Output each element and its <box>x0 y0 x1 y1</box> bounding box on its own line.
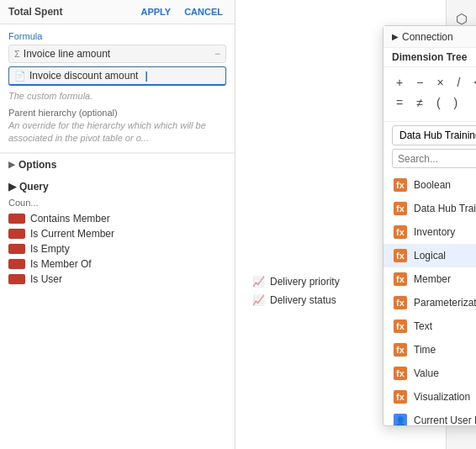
list-item-logical-left: fx Logical <box>394 249 446 262</box>
options-toggle[interactable]: ▶ Options <box>8 159 226 171</box>
formula-item-dash-1: − <box>214 48 220 60</box>
list-item-parameterization-icon: fx <box>394 296 407 309</box>
list-item-member-icon: fx <box>394 272 407 286</box>
operators-row-1: + − × / < > ≤ ≥ <box>394 74 476 91</box>
header-actions: APPLY CANCEL <box>137 5 226 18</box>
list-item-member[interactable]: fx Member › <box>383 267 476 291</box>
formula-cursor: | <box>145 70 147 82</box>
query-item-color-5 <box>8 274 25 284</box>
query-count-label: Coun... <box>8 198 226 208</box>
query-chevron: ▶ <box>8 181 16 193</box>
formula-icon-1: Σ <box>14 49 20 59</box>
list-item-member-left: fx Member <box>394 272 451 286</box>
formula-label: Formula <box>8 31 226 41</box>
query-item-is-member-of[interactable]: Is Member Of <box>8 256 226 272</box>
query-item-color-3 <box>8 244 25 254</box>
list-item-current-user-label: Current User Member <box>414 415 476 425</box>
list-item-parameterization[interactable]: fx Parameterization › <box>383 291 476 314</box>
query-item-is-user[interactable]: Is User <box>8 272 226 287</box>
query-label: Query <box>19 181 49 193</box>
list-item-value-left: fx Value <box>394 367 439 380</box>
formula-hint: The custom formula. <box>8 89 226 103</box>
list-item-visualization-icon: fx <box>394 390 407 404</box>
search-input[interactable] <box>398 153 476 165</box>
list-item-time[interactable]: fx Time › <box>383 338 476 362</box>
list-item-logical-label: Logical <box>414 250 446 261</box>
formula-popup: ▶ Connection ⊘ ↻ Dimension Tree + − × / … <box>383 25 476 426</box>
query-item-label-3: Is Empty <box>30 243 70 255</box>
list-item-value[interactable]: fx Value › <box>383 362 476 385</box>
op-divide[interactable]: / <box>455 74 463 91</box>
list-item-parameterization-label: Parameterization <box>414 297 476 309</box>
list-item-visualization-left: fx Visualization <box>394 390 470 404</box>
panel-title: Total Spent <box>8 6 62 18</box>
formula-item-1[interactable]: Σ Invoice line amount − <box>8 45 226 63</box>
list-item-text[interactable]: fx Text › <box>383 314 476 338</box>
list-item-data-hub-left: fx Data Hub Training <box>394 202 476 215</box>
list-item-inventory-left: fx Inventory <box>394 225 455 239</box>
list-item-visualization-label: Visualization <box>414 391 470 403</box>
query-item-contains-member[interactable]: Contains Member <box>8 211 226 226</box>
list-item-logical[interactable]: fx Logical › <box>383 244 476 267</box>
list-item-text-label: Text <box>414 320 432 332</box>
delivery-priority-icon: 📈 <box>252 276 265 288</box>
search-row: 🔍 <box>392 149 476 168</box>
datasource-section: Data Hub Training 🔍 <box>383 122 476 173</box>
list-item-inventory[interactable]: fx Inventory › <box>383 220 476 244</box>
query-item-color-1 <box>8 214 25 224</box>
formula-section: Formula Σ Invoice line amount − 📄 Invoic… <box>0 24 235 153</box>
list-item-text-icon: fx <box>394 320 407 333</box>
list-item-data-hub-icon: fx <box>394 202 407 215</box>
op-multiply[interactable]: × <box>434 74 446 91</box>
op-open-paren[interactable]: ( <box>434 94 443 111</box>
list-item-current-user-member[interactable]: 👤 Current User Member <box>383 409 476 425</box>
list-item-logical-icon: fx <box>394 249 407 262</box>
options-label: Options <box>19 159 56 171</box>
list-item-time-left: fx Time <box>394 343 436 357</box>
op-close-paren[interactable]: ) <box>452 94 461 111</box>
list-item-text-left: fx Text <box>394 320 432 333</box>
formula-item-2[interactable]: 📄 Invoice discount amount | <box>8 66 226 86</box>
list-item-visualization[interactable]: fx Visualization › <box>383 385 476 409</box>
op-not-equals[interactable]: ≠ <box>414 94 426 111</box>
list-item-inventory-label: Inventory <box>414 226 455 238</box>
right-panel: 📈 Delivery priority 📈 Delivery status ▶ … <box>235 0 446 449</box>
list-item-current-user-icon: 👤 <box>394 414 407 425</box>
op-lt[interactable]: < <box>471 74 476 91</box>
list-item-boolean[interactable]: fx Boolean › <box>383 173 476 197</box>
datasource-select-wrapper: Data Hub Training <box>392 125 476 149</box>
query-item-is-empty[interactable]: Is Empty <box>8 241 226 256</box>
popup-connection-row: ▶ Connection ⊘ ↻ <box>383 26 476 48</box>
datasource-select[interactable]: Data Hub Training <box>392 125 476 145</box>
left-panel: Total Spent APPLY CANCEL Formula Σ Invoi… <box>0 0 235 449</box>
query-item-label-2: Is Current Member <box>30 228 114 240</box>
list-item-boolean-label: Boolean <box>414 179 451 191</box>
op-minus[interactable]: − <box>414 74 426 91</box>
parent-hierarchy-label: Parent hierarchy (optional) <box>8 108 226 118</box>
list-item-data-hub-label: Data Hub Training <box>414 203 476 214</box>
panel-header: Total Spent APPLY CANCEL <box>0 0 235 24</box>
list-item-parameterization-left: fx Parameterization <box>394 296 476 309</box>
list-item-boolean-left: fx Boolean <box>394 178 451 192</box>
list-item-value-label: Value <box>414 367 439 379</box>
list-item-data-hub[interactable]: fx Data Hub Training › <box>383 197 476 220</box>
op-equals[interactable]: = <box>394 94 405 111</box>
apply-button[interactable]: APPLY <box>137 5 174 18</box>
query-section: ▶ Query Coun... Contains Member Is Curre… <box>0 176 235 292</box>
formula-item-text-2: Invoice discount amount <box>29 70 138 82</box>
items-list: fx Boolean › fx Data Hub Training › fx I <box>383 173 476 425</box>
query-item-color-2 <box>8 229 25 239</box>
op-plus[interactable]: + <box>394 74 405 91</box>
operators-row-2: = ≠ ( ) <box>394 94 476 111</box>
formula-operators: + − × / < > ≤ ≥ = ≠ ( ) <box>383 67 476 122</box>
options-chevron: ▶ <box>8 160 15 169</box>
list-item-boolean-icon: fx <box>394 178 407 192</box>
query-item-label-4: Is Member Of <box>30 258 92 270</box>
dimension-tree-label: Dimension Tree <box>383 48 476 67</box>
cancel-button[interactable]: CANCEL <box>181 5 226 18</box>
query-item-is-current-member[interactable]: Is Current Member <box>8 226 226 241</box>
list-item-current-user-left: 👤 Current User Member <box>394 414 476 425</box>
list-item-member-label: Member <box>414 273 451 285</box>
query-header: ▶ Query <box>8 181 226 193</box>
delivery-priority-label: Delivery priority <box>270 276 340 288</box>
